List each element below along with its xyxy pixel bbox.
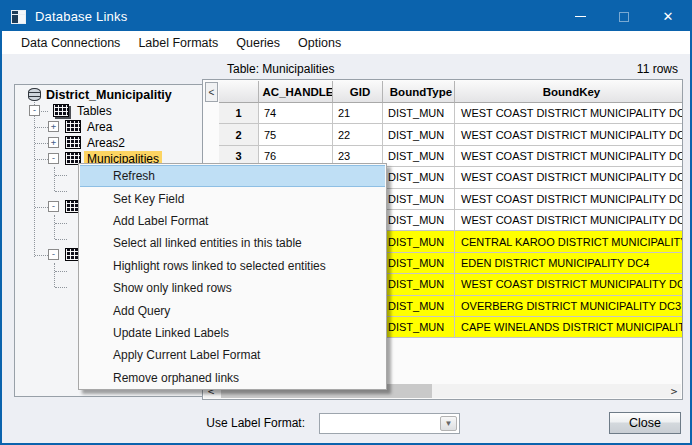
use-label-format-label: Use Label Format: [152,416,305,430]
table-icon [65,136,81,149]
cell-boundtype[interactable]: DIST_MUN [383,124,455,145]
window-title: Database Links [35,9,127,24]
cell-boundkey[interactable]: WEST COAST DISTRICT MUNICIPALITY DC1 [455,146,683,167]
collapse-expander-icon[interactable]: - [48,153,59,164]
cell-boundtype[interactable]: DIST_MUN [383,231,455,252]
tree-node-label: Tables [74,103,115,119]
database-links-window: Database Links ✕ Data Connections Label … [0,0,692,445]
tree-connector [55,287,67,288]
column-header-gid[interactable]: GID [333,81,383,103]
collapse-expander-icon[interactable]: - [29,105,40,116]
tree-connector [54,167,55,191]
label-format-combobox[interactable]: ▼ [319,413,460,434]
row-count-label: 11 rows [637,62,678,76]
table-row[interactable]: 1 74 21 DIST_MUN WEST COAST DISTRICT MUN… [219,103,683,124]
app-icon [11,10,26,24]
collapse-expander-icon[interactable]: - [48,201,59,212]
tree-node-label: Area [84,119,115,135]
cell-boundtype[interactable]: DIST_MUN [383,296,455,317]
tree-connector [54,215,55,239]
close-icon: ✕ [663,10,674,23]
tree-node-areas2[interactable]: + Areas2 [15,135,202,151]
cell-boundkey[interactable]: WEST COAST DISTRICT MUNICIPALITY DC1 [455,167,683,188]
menu-item-add-label-format[interactable]: Add Label Format [79,210,386,232]
close-dialog-button[interactable]: Close [609,412,681,434]
cell-gid[interactable]: 22 [333,124,383,145]
collapse-expander-icon[interactable]: - [48,249,59,260]
menu-label-formats[interactable]: Label Formats [129,33,227,53]
menubar: Data Connections Label Formats Queries O… [2,31,690,54]
tree-connector [54,263,55,287]
menu-item-apply-current-label-format[interactable]: Apply Current Label Format [79,344,386,366]
menu-item-update-linked-labels[interactable]: Update Linked Labels [79,322,386,344]
menu-queries[interactable]: Queries [227,33,289,53]
menu-item-show-only-linked[interactable]: Show only linked rows [79,277,386,299]
cell-boundtype[interactable]: DIST_MUN [383,253,455,274]
close-button[interactable]: ✕ [646,2,690,31]
menu-item-highlight-rows[interactable]: Highlight rows linked to selected entiti… [79,255,386,277]
tree-connector [55,191,67,192]
menu-data-connections[interactable]: Data Connections [12,33,129,53]
row-number-cell[interactable]: 1 [219,103,259,124]
row-number-cell[interactable]: 2 [219,124,259,145]
cell-boundtype[interactable]: DIST_MUN [383,189,455,210]
tree-connector [55,223,67,224]
cell-boundtype[interactable]: DIST_MUN [383,146,455,167]
context-menu: Refresh Set Key Field Add Label Format S… [78,163,387,390]
column-header-ac-handle[interactable]: AC_HANDLE [259,81,333,103]
menu-item-set-key-field[interactable]: Set Key Field [79,187,386,209]
tree-node-root[interactable]: District_Municipalitiy [15,87,202,103]
table-icon [65,120,81,133]
tables-icon [53,104,69,117]
maximize-button[interactable] [602,2,646,31]
database-icon [28,88,41,101]
cell-boundkey[interactable]: CENTRAL KAROO DISTRICT MUNICIPALITY DC [455,231,683,252]
menu-item-select-all-linked[interactable]: Select all linked entities in this table [79,232,386,254]
cell-boundtype[interactable]: DIST_MUN [383,167,455,188]
table-row[interactable]: 2 75 22 DIST_MUN WEST COAST DISTRICT MUN… [219,124,683,145]
expand-expander-icon[interactable]: + [48,137,59,148]
table-caption: Table: Municipalities [227,62,334,76]
maximize-icon [619,12,629,22]
cell-boundkey[interactable]: WEST COAST DISTRICT MUNICIPALITY DC1 [455,189,683,210]
menu-options[interactable]: Options [289,33,350,53]
minimize-button[interactable] [558,2,602,31]
cell-gid[interactable]: 21 [333,103,383,124]
collapse-tree-button[interactable]: < [205,82,218,102]
tree-connector [55,175,67,176]
cell-boundkey[interactable]: EDEN DISTRICT MUNICIPALITY DC4 [455,253,683,274]
tree-root-label: District_Municipalitiy [43,87,175,103]
menu-item-refresh[interactable]: Refresh [80,165,385,187]
cell-boundtype[interactable]: DIST_MUN [383,274,455,295]
tree-connector [55,271,67,272]
cell-boundkey[interactable]: CAPE WINELANDS DISTRICT MUNICIPALITY D [455,317,683,338]
cell-boundkey[interactable]: OVERBERG DISTRICT MUNICIPALITY DC3 [455,296,683,317]
menu-item-add-query[interactable]: Add Query [79,299,386,321]
row-number-header[interactable] [219,81,259,103]
cell-boundkey[interactable]: WEST COAST DISTRICT MUNICIPALITY DC1 [455,274,683,295]
cell-boundtype[interactable]: DIST_MUN [383,317,455,338]
minimize-icon [575,16,586,17]
cell-boundkey[interactable]: WEST COAST DISTRICT MUNICIPALITY DC1 [455,210,683,231]
scroll-right-icon[interactable]: > [667,384,681,398]
cell-boundtype[interactable]: DIST_MUN [383,103,455,124]
titlebar[interactable]: Database Links ✕ [2,2,690,31]
cell-boundkey[interactable]: WEST COAST DISTRICT MUNICIPALITY DC1 [455,124,683,145]
cell-boundtype[interactable]: DIST_MUN [383,210,455,231]
tree-node-tables[interactable]: - Tables [15,103,202,119]
tree-node-area[interactable]: + Area [15,119,202,135]
tree-node-label: Areas2 [84,135,128,151]
column-header-boundtype[interactable]: BoundType [383,81,455,103]
cell-ac-handle[interactable]: 74 [259,103,333,124]
cell-boundkey[interactable]: WEST COAST DISTRICT MUNICIPALITY DC1 [455,103,683,124]
chevron-down-icon[interactable]: ▼ [440,416,457,431]
menu-item-remove-orphaned-links[interactable]: Remove orphaned links [79,367,386,389]
cell-ac-handle[interactable]: 75 [259,124,333,145]
grid-header-row: AC_HANDLE GID BoundType BoundKey [219,81,683,103]
column-header-boundkey[interactable]: BoundKey [455,81,683,103]
tree-connector [55,239,67,240]
expand-expander-icon[interactable]: + [48,121,59,132]
